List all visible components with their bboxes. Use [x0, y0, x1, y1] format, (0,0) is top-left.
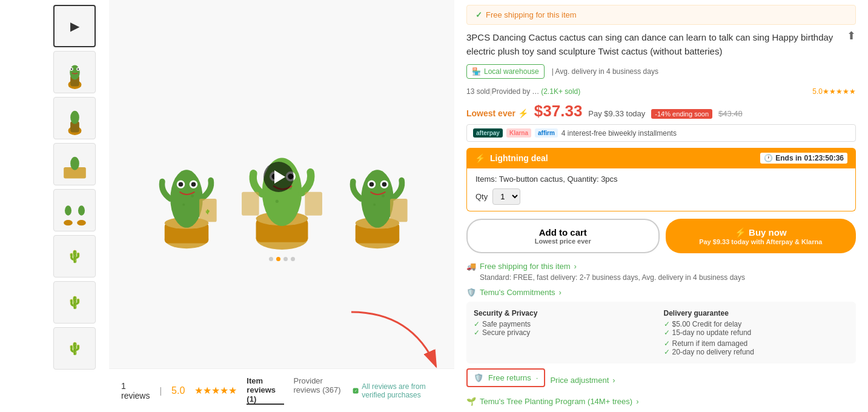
check-icon-2: ✓: [474, 328, 480, 337]
thumbnail-2[interactable]: [53, 51, 96, 93]
commitments-grid: Security & Privacy ✓ Safe payments ✓ Sec…: [466, 302, 856, 364]
delivery-section: Delivery guarantee ✓ $5.00 Credit for de…: [664, 309, 849, 356]
afterpay-logo: afterpay: [473, 128, 503, 138]
delivery-item-2: ✓ 15-day no update refund: [664, 328, 849, 337]
svg-point-47: [382, 194, 385, 198]
thumbnail-8[interactable]: 🌵: [53, 327, 96, 370]
thumbnail-7[interactable]: 🌵: [53, 281, 96, 324]
product-images: 🌵: [121, 115, 442, 251]
free-returns-badge[interactable]: 🛡️ Free returns ·: [466, 368, 545, 387]
buy-now-button[interactable]: ⚡ Buy now Pay $9.33 today with Afterpay …: [666, 219, 856, 253]
reviews-section: 1 reviews | 5.0 ★★★★★ Item reviews (1) P…: [109, 368, 454, 412]
delivery-item-3: ✓ Return if item damaged: [664, 339, 849, 348]
annotation-arrow: [339, 306, 448, 379]
qty-label: Qty: [475, 192, 488, 201]
installments-row: afterpay Klarna affirm 4 interest-free b…: [466, 124, 856, 142]
shipping-arrow: ›: [574, 262, 577, 271]
svg-point-4: [70, 68, 72, 70]
thumbnail-4[interactable]: [53, 143, 96, 185]
security-title: Security & Privacy: [474, 309, 659, 317]
svg-point-11: [70, 156, 79, 170]
affirm-logo: affirm: [535, 128, 558, 138]
price-adj-label: Price adjustment: [550, 376, 609, 385]
reviews-count: 1 reviews: [121, 381, 150, 400]
qty-select[interactable]: 1 2 3: [492, 188, 520, 205]
pay-today: Pay $9.33 today: [588, 109, 645, 118]
check-icon: ✓: [475, 10, 482, 19]
deal-item-label: Items: Two-button cactus, Quantity: 3pcs: [475, 174, 847, 184]
svg-point-9: [70, 110, 79, 124]
tab-provider-reviews[interactable]: Provider reviews (367): [294, 376, 343, 405]
svg-point-21: [191, 194, 194, 198]
lightning-deal-body: Items: Two-button cactus, Quantity: 3pcs…: [466, 168, 856, 211]
price-amount: $37.33: [534, 102, 583, 121]
provider-sold[interactable]: (2.1K+ sold): [541, 87, 580, 96]
product-title: 3PCS Dancing Cactus cactus can sing can …: [466, 31, 856, 58]
svg-point-2: [70, 65, 80, 79]
timer-value: 01:23:50:36: [804, 154, 844, 162]
tab-item-reviews[interactable]: Item reviews (1): [247, 376, 283, 405]
svg-point-14: [65, 205, 71, 216]
timer-badge: 🕐 Ends in 01:23:50:36: [760, 153, 847, 164]
free-returns-label: Free returns: [488, 373, 531, 382]
thumbnail-3[interactable]: [53, 97, 96, 139]
svg-text:🌵: 🌵: [205, 208, 211, 214]
dot-3: [283, 257, 288, 261]
tree-planting-row[interactable]: 🌱 Temu's Tree Planting Program (14M+ tre…: [466, 397, 856, 406]
warehouse-icon: 🏪: [472, 67, 481, 76]
truck-icon: 🚚: [466, 262, 476, 271]
installments-text: 4 interest-free biweekly installments: [562, 129, 677, 138]
seller-row: 13 sold | Provided by … (2.1K+ sold) 5.0…: [466, 87, 856, 96]
lightning-deal: ⚡ Lightning deal 🕐 Ends in 01:23:50:36 I…: [466, 148, 856, 211]
verified-icon: ✓: [353, 386, 359, 396]
main-image-area: 🌵: [109, 0, 454, 412]
cactus-middle: [238, 115, 326, 251]
planting-label: Temu's Tree Planting Program (14M+ trees…: [480, 397, 632, 406]
svg-rect-41: [305, 192, 322, 216]
svg-rect-53: [390, 199, 408, 222]
thumbnail-6[interactable]: 🌵: [53, 235, 96, 277]
check-icon-5: ✓: [664, 339, 670, 348]
check-icon-6: ✓: [664, 348, 670, 356]
security-item-2: ✓ Secure privacy: [474, 328, 659, 337]
delivery-avg: | Avg. delivery in 4 business days: [552, 67, 658, 76]
delivery-item-4: ✓ 20-day no delivery refund: [664, 348, 849, 356]
provider-label: Provided by: [492, 87, 530, 96]
svg-point-15: [78, 205, 85, 216]
reviews-stars: ★★★★★: [194, 385, 237, 396]
svg-text:✓: ✓: [354, 388, 357, 392]
price-adjustment-row[interactable]: Price adjustment ›: [550, 376, 615, 385]
svg-point-13: [77, 220, 86, 225]
dot-2: [276, 257, 280, 261]
verified-badge: ✓ All reviews are from verified purchase…: [353, 382, 442, 399]
add-to-cart-button[interactable]: Add to cart Lowest price ever: [466, 219, 660, 253]
check-icon-3: ✓: [664, 320, 670, 328]
svg-point-35: [275, 200, 278, 203]
commitments-label: Temu's Commitments: [480, 288, 555, 297]
svg-point-24: [178, 182, 183, 187]
shipping-label[interactable]: Free shipping for this item: [480, 262, 571, 271]
planting-arrow: ›: [636, 397, 638, 406]
svg-point-12: [64, 220, 73, 225]
product-stars: ★★★★★: [823, 87, 856, 96]
svg-point-26: [191, 182, 196, 187]
svg-point-19: [170, 170, 202, 227]
delivery-title: Delivery guarantee: [664, 309, 849, 317]
thumbnail-1[interactable]: ▶: [53, 5, 96, 47]
share-button[interactable]: ⬆: [847, 29, 856, 42]
buy-now-sub: Pay $9.33 today with Afterpay & Klarna: [673, 238, 849, 245]
play-button[interactable]: [263, 162, 294, 192]
thumbnail-5[interactable]: [53, 189, 96, 231]
reviews-tabs: Item reviews (1) Provider reviews (367): [247, 376, 343, 405]
shield-icon: 🛡️: [466, 288, 476, 297]
original-price: $43.48: [718, 109, 743, 118]
commitments-arrow: ›: [559, 288, 562, 297]
svg-point-6: [77, 68, 79, 70]
sold-count: 13 sold: [466, 87, 490, 96]
security-item-1: ✓ Safe payments: [474, 320, 659, 328]
commitments-row[interactable]: 🛡️ Temu's Commitments ›: [466, 288, 856, 297]
thumbnail-strip: ▶: [0, 0, 109, 412]
security-section: Security & Privacy ✓ Safe payments ✓ Sec…: [474, 309, 659, 356]
svg-rect-40: [242, 192, 259, 216]
image-dots: [269, 257, 295, 261]
